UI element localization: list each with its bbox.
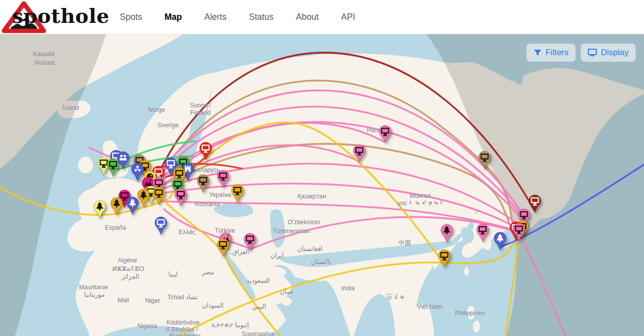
monitor-icon: [243, 233, 257, 252]
monitor-icon: [216, 169, 230, 188]
map-marker-monitor[interactable]: [174, 188, 187, 207]
monitor-icon: [476, 223, 489, 242]
tree-icon: [93, 200, 106, 219]
nav-item-about[interactable]: About: [296, 12, 319, 22]
map-marker-monitor[interactable]: [438, 249, 451, 268]
logo[interactable]: spothole: [0, 0, 102, 34]
map-marker-monitor[interactable]: [231, 184, 244, 203]
map-marker-monitor[interactable]: [216, 238, 230, 257]
propagation-arcs: [0, 34, 644, 336]
tree-icon: [440, 224, 454, 243]
monitor-icon: [199, 142, 212, 161]
brand-title: spothole: [12, 4, 109, 27]
monitor-icon: [216, 238, 230, 257]
nav-item-map[interactable]: Map: [165, 12, 182, 22]
top-navbar: spothole SpotsMapAlertsStatusAboutAPI: [0, 0, 644, 34]
monitor-icon: [478, 151, 491, 169]
map-marker-monitor[interactable]: [196, 174, 210, 193]
map-marker-tree[interactable]: [110, 197, 123, 216]
filter-icon: [534, 49, 542, 57]
map-canvas[interactable]: KalaallitNunaatÍslandNorgeSverigeSuomi /…: [0, 34, 644, 336]
map-marker-monitor[interactable]: [216, 169, 230, 188]
monitor-icon: [353, 144, 366, 163]
map-marker-monitor[interactable]: [106, 158, 120, 177]
map-marker-monitor[interactable]: [353, 144, 366, 163]
monitor-icon: [438, 249, 451, 268]
nav-item-alerts[interactable]: Alerts: [204, 12, 227, 22]
monitor-icon: [152, 186, 166, 205]
map-marker-tree[interactable]: [440, 224, 454, 243]
map-marker-monitor[interactable]: [378, 125, 392, 144]
map-marker-monitor[interactable]: [152, 186, 166, 205]
monitor-icon: [378, 125, 392, 144]
nav-item-spots[interactable]: Spots: [120, 12, 142, 22]
monitor-icon: [174, 188, 187, 207]
monitor-icon: [106, 158, 120, 177]
nav-item-status[interactable]: Status: [249, 12, 274, 22]
monitor-icon: [512, 223, 526, 242]
main-nav: SpotsMapAlertsStatusAboutAPI: [120, 12, 355, 22]
nav-item-api[interactable]: API: [341, 12, 355, 22]
monitor-icon: [231, 184, 244, 203]
display-button[interactable]: Display: [580, 43, 636, 62]
map-marker-monitor[interactable]: [243, 233, 257, 252]
map-marker-tree[interactable]: [93, 200, 106, 219]
map-marker-tree[interactable]: [126, 196, 139, 215]
display-icon: [588, 49, 597, 57]
map-marker-monitor[interactable]: [476, 223, 489, 242]
filters-button-label: Filters: [546, 48, 568, 58]
tree-icon: [110, 197, 123, 216]
monitor-icon: [154, 216, 168, 235]
monitor-icon: [196, 174, 210, 193]
map-marker-monitor[interactable]: [512, 223, 526, 242]
display-button-label: Display: [601, 48, 629, 58]
tree-icon: [126, 196, 139, 215]
tree-icon: [493, 232, 507, 251]
map-controls: Filters Display: [526, 43, 636, 62]
map-marker-monitor[interactable]: [199, 142, 212, 161]
filters-button[interactable]: Filters: [526, 43, 576, 62]
map-marker-monitor[interactable]: [154, 216, 168, 235]
map-marker-tree[interactable]: [493, 232, 507, 251]
map-marker-monitor[interactable]: [478, 151, 491, 169]
